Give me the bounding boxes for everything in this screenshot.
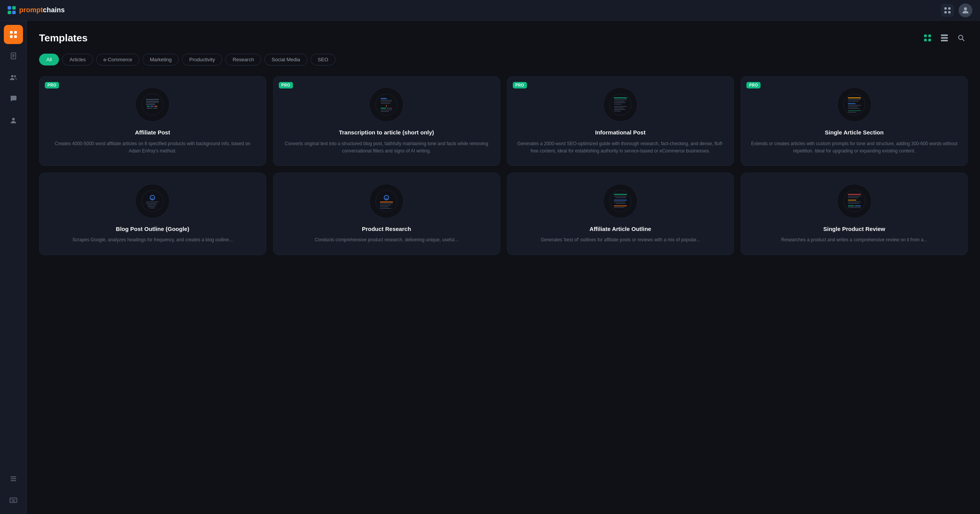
svg-rect-62 [614,111,621,111]
svg-rect-55 [614,99,627,100]
pro-badge: PRO [513,82,527,88]
template-card-product-research[interactable]: G Product Research Conducts comprehensiv… [273,173,500,255]
svg-rect-88 [380,208,391,209]
filter-tab-articles[interactable]: Articles [62,54,93,65]
svg-rect-77 [146,203,157,204]
grid-view-button[interactable] [921,31,934,44]
svg-rect-76 [146,201,159,202]
svg-rect-6 [14,31,17,34]
filter-tab-research[interactable]: Research [225,54,261,65]
svg-rect-31 [941,40,948,41]
svg-rect-35 [146,99,159,100]
avatar[interactable] [959,3,972,17]
sidebar-item-keyboard[interactable] [4,491,23,510]
card-title: Transcription to article (short only) [339,129,434,136]
svg-rect-19 [10,498,17,503]
list-view-button[interactable] [938,31,951,44]
filter-tab-seo[interactable]: SEO [311,54,335,65]
card-title: Product Research [362,225,411,233]
sidebar-item-teams[interactable] [4,68,23,87]
svg-rect-68 [848,105,861,106]
svg-point-14 [14,75,16,77]
svg-rect-30 [941,37,948,39]
svg-rect-8 [14,35,17,38]
template-card-informational-post[interactable]: PRO Informational Post Generates a 2000-… [507,76,734,166]
template-grid: PRO Affiliate Post Creates 4000-5000 wor… [39,76,968,255]
svg-rect-106 [855,205,861,206]
page-title: Templates [39,32,88,44]
svg-rect-94 [614,201,625,202]
filter-tab-marketing[interactable]: Marketing [142,54,179,65]
svg-rect-60 [614,108,624,108]
svg-rect-64 [848,97,861,98]
svg-rect-0 [944,7,947,10]
svg-rect-103 [848,201,861,202]
svg-rect-37 [146,103,155,105]
svg-rect-54 [614,97,627,98]
svg-rect-5 [10,31,13,34]
svg-point-32 [959,35,963,39]
svg-rect-44 [381,98,387,99]
filter-tab-all[interactable]: All [39,54,59,65]
pro-badge: PRO [279,82,293,88]
filter-tab-productivity[interactable]: Productivity [182,54,222,65]
svg-point-73 [142,190,163,212]
svg-rect-86 [380,205,391,206]
svg-point-43 [376,94,397,115]
filter-tab-social-media[interactable]: Social Media [264,54,307,65]
filter-tabs: AllArticlese-CommerceMarketingProductivi… [39,54,968,65]
svg-rect-65 [848,99,861,100]
svg-rect-66 [848,101,859,101]
svg-line-33 [962,39,964,41]
svg-rect-101 [848,197,859,198]
svg-rect-42 [153,108,157,109]
pro-badge: PRO [746,82,761,88]
svg-rect-85 [380,203,393,204]
svg-rect-45 [381,100,392,101]
card-icon: G [369,184,404,218]
card-icon [603,184,638,218]
template-card-blog-post-outline[interactable]: G Blog Post Outline (Google) Scrapes Goo… [39,173,266,255]
grid-icon-btn[interactable] [941,4,954,17]
card-description: Generates 'best of' outlines for affilia… [541,236,700,244]
svg-rect-78 [147,205,157,205]
template-card-affiliate-post[interactable]: PRO Affiliate Post Creates 4000-5000 wor… [39,76,266,166]
sidebar-item-home[interactable] [4,25,23,44]
sidebar-item-chat[interactable] [4,89,23,108]
svg-rect-50 [387,108,392,109]
sidebar-item-documents[interactable] [4,46,23,65]
svg-rect-92 [615,197,626,198]
card-title: Affiliate Article Outline [589,225,651,233]
svg-text:G: G [151,197,154,200]
card-description: Scrapes Google, analyzes headings for fr… [72,236,233,244]
svg-rect-69 [848,106,858,107]
svg-rect-79 [147,206,155,207]
svg-point-15 [12,118,15,121]
svg-rect-90 [614,194,627,195]
pro-badge: PRO [45,82,59,88]
page-header: Templates [39,31,968,44]
svg-rect-84 [380,201,393,203]
svg-point-98 [844,190,865,212]
filter-tab-ecommerce[interactable]: e-Commerce [96,54,139,65]
svg-rect-97 [614,207,625,208]
card-icon [837,87,872,122]
svg-rect-49 [381,108,386,109]
sidebar-item-list[interactable] [4,469,23,488]
template-card-single-article-section[interactable]: PRO Single Article Section Extends or cr… [741,76,968,166]
svg-rect-29 [941,34,948,36]
card-description: Extends or creates articles with custom … [750,140,958,155]
card-icon [135,87,170,122]
svg-rect-46 [381,101,391,102]
template-card-single-product-review[interactable]: Single Product Review Researches a produ… [741,173,968,255]
template-card-transcription-to-article[interactable]: PRO Transcription to article (short only… [273,76,500,166]
logo[interactable]: promptchains [8,6,65,14]
card-title: Informational Post [595,129,646,136]
header-actions [921,31,968,44]
sidebar-item-users[interactable] [4,111,23,130]
card-description: Researches a product and writes a compre… [781,236,928,244]
svg-rect-70 [848,108,859,109]
template-card-affiliate-article-outline[interactable]: Affiliate Article Outline Generates 'bes… [507,173,734,255]
search-button[interactable] [955,31,968,44]
card-icon: G [135,184,170,218]
